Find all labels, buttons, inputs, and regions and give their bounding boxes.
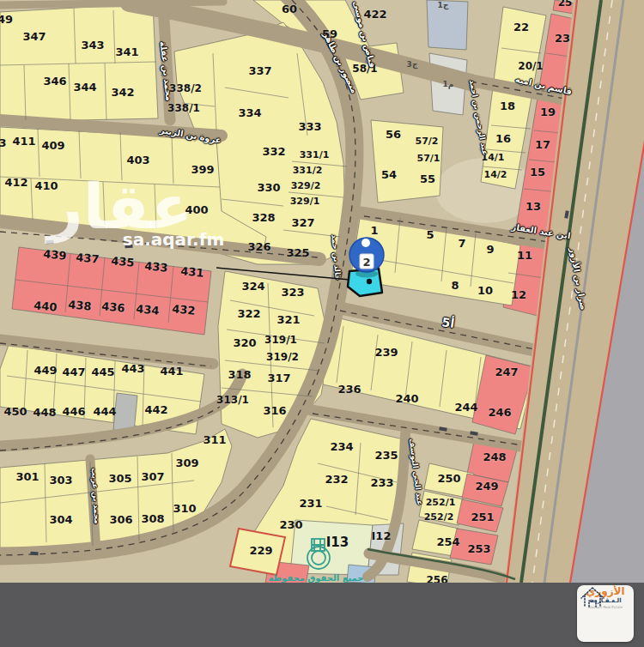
- plot-label: 318: [228, 369, 251, 380]
- plot-label: 411: [12, 136, 35, 147]
- plot-block: [553, 0, 586, 15]
- plot-label: 246: [488, 407, 511, 418]
- road: [163, 5, 170, 120]
- road: [369, 553, 515, 583]
- plot-label: 438: [68, 299, 92, 311]
- plot-block: [174, 22, 345, 264]
- plot-label: 303: [49, 475, 72, 486]
- plot-block: [371, 120, 443, 203]
- road: [0, 340, 213, 364]
- plot-block: [246, 419, 404, 571]
- plot-block: [368, 523, 404, 575]
- plot-label: 329/2: [291, 181, 321, 190]
- plot-label: 230: [279, 519, 302, 530]
- street-name-label: منصور بن طاهر: [321, 31, 358, 95]
- plot-label: 58/1: [352, 63, 377, 74]
- plot-label: 252/1: [426, 498, 456, 507]
- plot-label: 54: [381, 169, 397, 180]
- plot-label: 305: [108, 473, 131, 484]
- plot-block: [407, 553, 452, 587]
- plot-label: 316: [263, 405, 286, 416]
- plot-label: 326: [247, 241, 270, 252]
- plot-label: 329/1: [290, 197, 320, 206]
- plot-label: 450: [3, 406, 27, 417]
- map-marker-cluster[interactable]: 2: [349, 238, 384, 278]
- road: [0, 221, 319, 259]
- aqar-watermark-domain: sa.aqar.fm: [123, 229, 224, 250]
- road: [361, 213, 601, 251]
- plot-label: 3: [0, 137, 7, 148]
- plot-label: 347: [22, 31, 46, 42]
- highlighted-plot[interactable]: [348, 269, 382, 296]
- street-name-label: عبد الحي اليوسف: [408, 438, 424, 505]
- plot-label: 447: [62, 366, 85, 378]
- plot-block: [12, 247, 211, 335]
- road: [0, 374, 242, 446]
- plot-label: 240: [395, 393, 418, 404]
- plot-label: 432: [172, 303, 196, 316]
- plot-block: [253, 0, 371, 57]
- plot-block: [0, 3, 158, 122]
- plot-label: 431: [180, 265, 204, 278]
- plot-label: 445: [91, 366, 114, 378]
- plot-label: 311: [203, 434, 226, 445]
- plot-label: 239: [374, 347, 398, 358]
- plot-label: 331/1: [300, 150, 330, 160]
- plot-label: 254: [436, 536, 459, 547]
- plot-label: 341: [115, 46, 138, 57]
- plot-label: 16: [495, 133, 511, 144]
- plot-label: 439: [43, 248, 67, 261]
- plot-label: 235: [374, 450, 398, 461]
- plot-label: 22: [513, 21, 529, 33]
- plot-block: [457, 499, 503, 532]
- plot-label: 449: [33, 365, 57, 376]
- plot-label: 410: [34, 180, 58, 191]
- plot-label: 1ج: [438, 2, 449, 9]
- marker-circle-icon: [349, 238, 384, 272]
- leader-line: [216, 268, 369, 281]
- road: [468, 80, 644, 116]
- plot-block: [0, 429, 232, 551]
- street-name-label: ابن عبد الغفار: [511, 223, 571, 241]
- plot-label: 422: [363, 9, 386, 20]
- plot-label: 442: [144, 404, 167, 415]
- plot-label: 343: [81, 39, 104, 51]
- plot-label: 236: [337, 384, 361, 395]
- company-subtitle-english: Alazouri Real Estate: [588, 605, 623, 610]
- plot-block: [342, 43, 404, 100]
- plot-label: 56: [386, 129, 401, 140]
- map-base-layer: [0, 0, 644, 647]
- company-subtitle-arabic: الـعـقـاريـة: [589, 597, 621, 604]
- road: [368, 434, 405, 577]
- road: [311, 410, 571, 455]
- plot-label: 400: [185, 204, 208, 215]
- marker-count-badge: [360, 254, 374, 269]
- plot-block: [113, 393, 137, 432]
- plot-label: 60: [282, 3, 297, 15]
- plot-label: 448: [33, 407, 56, 418]
- plot-label: 344: [73, 82, 96, 93]
- road: [90, 459, 96, 551]
- plot-label: 332: [262, 146, 285, 157]
- highway: [505, 0, 644, 583]
- road: [0, 2, 223, 5]
- rights-reserved-watermark: جميع الحقوق محفوظة: [269, 573, 364, 583]
- plot-block: [429, 53, 467, 115]
- plot-label: 337: [248, 65, 271, 76]
- plot-label: 317: [267, 372, 290, 384]
- plot-label: 444: [93, 406, 116, 417]
- plot-label: 412: [4, 177, 27, 188]
- plot-label: 327: [291, 217, 314, 228]
- plot-label: 320: [233, 337, 256, 348]
- parcel-map[interactable]: عقار sa.aqar.fm جميع الحقوق محفوظة 49347…: [0, 0, 644, 647]
- plot-label: 232: [325, 474, 348, 485]
- plot-label: 252/2: [424, 512, 454, 522]
- plot-label: 234: [330, 441, 353, 452]
- plot-label: 331/2: [293, 166, 323, 175]
- plot-label: 15: [530, 166, 545, 178]
- map-labels-layer: عقار sa.aqar.fm جميع الحقوق محفوظة 49347…: [0, 0, 644, 647]
- plot-label: 436: [101, 300, 125, 313]
- plot-block: [230, 529, 285, 575]
- plot-block: [350, 213, 520, 305]
- plot-label: 433: [144, 260, 168, 273]
